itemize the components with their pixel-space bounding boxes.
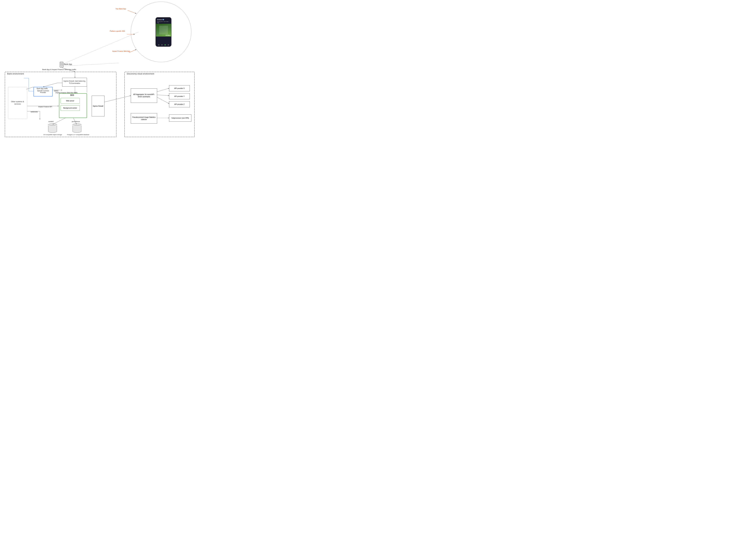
webhooks-label: webhooks [30, 111, 38, 113]
impact-finance-api-label: Impact Finance API [38, 106, 52, 108]
s3-db-cylinder [48, 124, 57, 133]
circle-zoom: Greece 🇬🇷 Exactly left • Save filter • P… [131, 2, 191, 62]
api-provider-x-box: API provider X [169, 85, 190, 91]
jwks-label: JWKS [54, 90, 58, 92]
postgres-db-cylinder [73, 124, 81, 133]
egress-firewall-box: Egress firewall [92, 96, 104, 116]
platform-sdk-label: Platform-specific SDK [110, 30, 125, 32]
traffic-label: Bank App & Impact Finance Web App traffi… [42, 69, 76, 71]
small-phone-icon [60, 62, 63, 68]
api-provider-y-box: API provider Y [169, 93, 190, 99]
diagram-container: Greece 🇬🇷 Exactly left • Save filter • P… [0, 0, 201, 143]
svg-rect-1 [60, 63, 63, 66]
pseudo-stats-box: Pseudonymized Usage Statistics collector [131, 113, 157, 124]
other-systems-box: Other systems & services [8, 87, 27, 119]
api-provider-z-box: API provider Z [169, 101, 190, 107]
your-bank-app-label: Your Bank App [115, 8, 126, 10]
web-server-box: Web server [61, 98, 80, 104]
postgres-label: Postgres 11+-compatible database [67, 134, 89, 135]
api-aggregator-box: API Aggregator, for event/API-driven sav… [131, 88, 157, 103]
ingress-firewall-box: Ingress firewall, load balancing, TLS te… [62, 78, 87, 86]
bank-app-label: Bank App [64, 63, 72, 65]
svg-line-7 [128, 10, 136, 14]
des-label: DES [70, 94, 74, 96]
bank-environment-label: Bank environment [7, 73, 24, 75]
doconomy-env-label: Doconomy cloud environment [127, 73, 154, 75]
s3-label: S3-compatible object storage [43, 134, 62, 135]
phone-greece-text: Greece 🇬🇷 [157, 19, 164, 21]
bg-worker-box: Background worker [61, 105, 80, 111]
impact-finance-web-app-label: Impact Finance Web App [112, 50, 130, 52]
svg-line-5 [62, 32, 139, 65]
bank-app-traffic-label: Bank App traffic [37, 88, 48, 89]
svg-point-2 [61, 66, 62, 67]
svg-line-9 [129, 49, 136, 53]
subprocessor-box: Subprocessor (see DPA) [169, 114, 191, 122]
persistence-label: persistence [72, 121, 80, 123]
phone-amount-text: 25 200 kr [166, 35, 170, 36]
content-label: content [48, 121, 54, 123]
